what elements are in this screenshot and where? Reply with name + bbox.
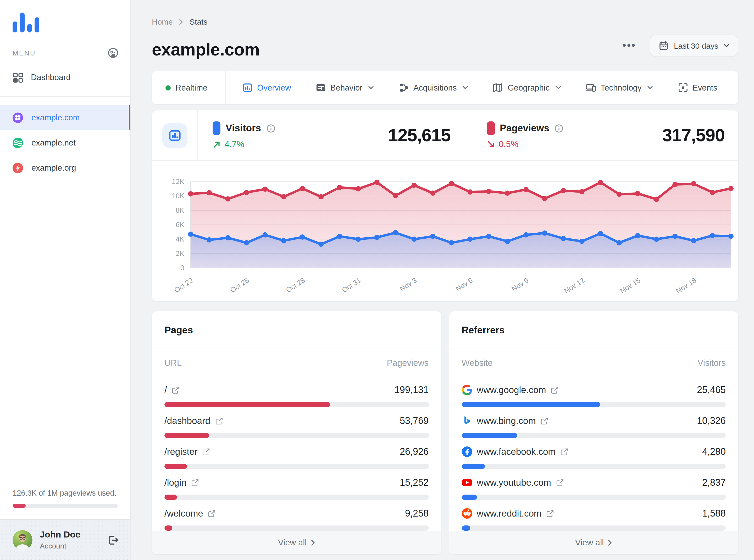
row-value: 9,258 — [405, 508, 429, 519]
svg-text:Oct 22: Oct 22 — [173, 276, 195, 294]
row-label[interactable]: www.google.com — [477, 384, 546, 395]
tab-events[interactable]: Events — [671, 71, 725, 104]
external-link-icon — [556, 479, 564, 486]
external-link-icon[interactable] — [561, 448, 568, 456]
tab-behavior[interactable]: Behavior — [308, 71, 381, 104]
usage-section: 126.3K of 1M pageviews used. — [0, 489, 130, 508]
external-link-icon[interactable] — [551, 386, 559, 394]
table-row: www.facebook.com 4,280 — [462, 438, 726, 469]
avatar — [13, 530, 33, 550]
sidebar-item-example.net[interactable]: example.net — [0, 130, 130, 156]
sidebar-item-example.org[interactable]: example.org — [0, 156, 130, 181]
svg-text:Nov 15: Nov 15 — [619, 276, 642, 295]
bolt-site-icon — [13, 163, 23, 173]
arrow-down-right-icon — [487, 140, 495, 148]
row-bar — [165, 495, 429, 500]
external-link-icon — [172, 386, 180, 394]
pageviews-value: 317,590 — [662, 125, 725, 145]
external-link-icon[interactable] — [191, 479, 199, 486]
clover-site-icon — [13, 113, 23, 123]
external-link-icon — [561, 448, 568, 456]
row-label[interactable]: /welcome — [165, 508, 203, 519]
external-link-icon[interactable] — [208, 509, 216, 517]
bar-chart-badge-icon — [162, 123, 187, 148]
traffic-area-chart: 02K4K6K8K10K12KOct 22Oct 25Oct 28Oct 31N… — [152, 161, 738, 301]
calendar-icon — [659, 41, 669, 51]
svg-text:Oct 25: Oct 25 — [229, 276, 251, 294]
site-label: example.org — [32, 163, 76, 173]
column-header-website: Website — [462, 358, 493, 368]
date-range-button[interactable]: Last 30 days — [650, 35, 738, 57]
youtube-favicon — [462, 477, 472, 488]
main-content: Home Stats example.com ••• Last 30 days … — [131, 0, 754, 560]
row-label[interactable]: www.bing.com — [477, 415, 536, 426]
more-options-button[interactable]: ••• — [623, 43, 636, 48]
external-link-icon[interactable] — [546, 509, 554, 517]
referrers-view-all-button[interactable]: View all — [449, 531, 738, 554]
google-favicon — [462, 385, 472, 395]
column-header-pageviews: Pageviews — [387, 358, 429, 368]
logo-bar — [20, 13, 25, 33]
svg-text:10K: 10K — [172, 192, 184, 200]
tab-overview[interactable]: Overview — [235, 71, 298, 104]
tab-label: Behavior — [330, 83, 362, 93]
referrers-card: Referrers Website Visitors www.google.co… — [449, 312, 738, 554]
divider — [0, 96, 130, 97]
chevron-down-icon — [723, 44, 729, 47]
bolt-site-icon — [13, 163, 23, 173]
external-link-icon[interactable] — [541, 417, 548, 425]
tab-acquisitions[interactable]: Acquisitions — [391, 71, 476, 104]
info-icon[interactable] — [266, 124, 275, 133]
bing-favicon — [462, 416, 472, 426]
logout-icon — [107, 534, 119, 546]
stats-row: Visitors 4.7% 125,615 — [152, 111, 738, 161]
theme-faces-icon[interactable] — [107, 47, 119, 59]
table-row: www.bing.com 10,326 — [462, 407, 726, 438]
account-section[interactable]: John Doe Account — [0, 519, 130, 560]
tab-realtime[interactable]: Realtime — [152, 71, 226, 104]
tab-technology[interactable]: Technology — [579, 71, 660, 104]
row-label[interactable]: / — [165, 384, 167, 395]
behavior-panels-icon — [316, 83, 326, 93]
chevron-down-icon — [368, 86, 374, 89]
pages-view-all-button[interactable]: View all — [152, 531, 441, 554]
sidebar-item-dashboard[interactable]: Dashboard — [0, 66, 130, 89]
logout-icon[interactable] — [107, 534, 119, 546]
row-label[interactable]: www.facebook.com — [477, 446, 556, 457]
pages-card-title: Pages — [152, 312, 441, 349]
pageviews-label: Pageviews — [500, 122, 549, 134]
row-value: 2,837 — [702, 477, 726, 488]
row-label[interactable]: /login — [165, 477, 187, 488]
row-bar — [165, 433, 429, 438]
chevron-right-icon — [608, 539, 612, 546]
row-label[interactable]: /dashboard — [165, 415, 210, 426]
page-title: example.com — [152, 40, 260, 60]
row-label[interactable]: www.reddit.com — [477, 508, 541, 519]
clover-site-icon — [13, 113, 23, 123]
external-link-icon[interactable] — [172, 386, 180, 394]
external-link-icon[interactable] — [215, 417, 223, 425]
row-label[interactable]: /register — [165, 446, 197, 457]
svg-text:8K: 8K — [176, 206, 184, 214]
overview-card: Visitors 4.7% 125,615 — [152, 111, 738, 301]
arrow-up-right-icon — [213, 140, 221, 148]
tab-geographic[interactable]: Geographic — [486, 71, 568, 104]
facebook-favicon — [462, 446, 472, 457]
external-link-icon[interactable] — [556, 479, 564, 486]
chevron-down-icon — [555, 86, 561, 89]
sidebar-item-example.com[interactable]: example.com — [0, 105, 130, 130]
visitors-value: 125,615 — [388, 125, 450, 145]
svg-text:0: 0 — [180, 264, 184, 272]
breadcrumb-home-link[interactable]: Home — [152, 17, 173, 26]
svg-text:Nov 18: Nov 18 — [675, 276, 698, 295]
breadcrumb: Home Stats — [152, 17, 738, 26]
info-icon[interactable] — [555, 124, 563, 133]
chevron-right-icon — [179, 19, 183, 25]
row-bar — [165, 464, 429, 469]
area-chart-svg: 02K4K6K8K10K12KOct 22Oct 25Oct 28Oct 31N… — [159, 164, 738, 299]
grid-icon — [13, 72, 23, 83]
svg-text:Nov 12: Nov 12 — [563, 276, 586, 295]
row-bar — [462, 525, 726, 531]
external-link-icon[interactable] — [202, 448, 210, 456]
row-label[interactable]: www.youtube.com — [477, 477, 551, 488]
